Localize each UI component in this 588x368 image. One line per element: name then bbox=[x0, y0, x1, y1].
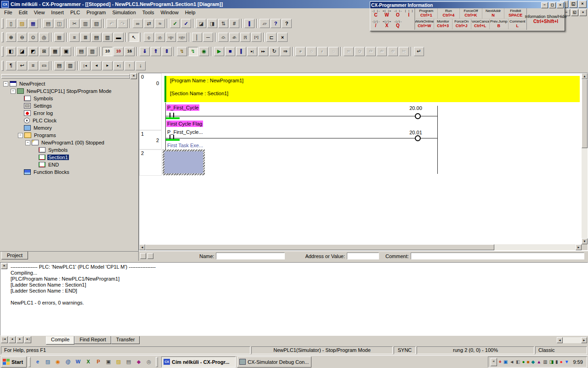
zoom-in-button[interactable]: ⊕ bbox=[6, 33, 16, 42]
name-input[interactable] bbox=[216, 253, 285, 259]
cd-player-button[interactable]: ◎ bbox=[144, 357, 153, 367]
menu-window[interactable]: Window bbox=[158, 9, 182, 16]
tree-item-symbols[interactable]: Symbols bbox=[1, 146, 137, 154]
tray-alert-icon[interactable]: ● bbox=[560, 360, 563, 364]
restore-button[interactable]: ◱ bbox=[569, 0, 577, 8]
word-button[interactable]: W bbox=[74, 357, 83, 367]
mdi-restore-button[interactable]: ◱ bbox=[571, 9, 578, 16]
new-or-contact-button[interactable]: =||= bbox=[166, 33, 176, 42]
step-run-button[interactable]: ▸| bbox=[247, 47, 257, 56]
new-file-button[interactable]: ▯ bbox=[6, 19, 16, 28]
find-bit-button[interactable]: ≈ bbox=[155, 19, 165, 28]
notepad-button[interactable]: ▤ bbox=[124, 357, 133, 367]
start-button[interactable]: Start bbox=[1, 356, 27, 368]
rung-properties-button[interactable]: ▭ bbox=[39, 61, 49, 70]
horizontal-line-button[interactable]: ─ bbox=[203, 33, 213, 42]
output-window-button[interactable]: ◨ bbox=[207, 19, 217, 28]
tree-item-function-blocks[interactable]: Function Blocks bbox=[1, 168, 137, 176]
go-first-rung-button[interactable]: |◄ bbox=[80, 61, 90, 70]
new-contact-button[interactable]: -||- bbox=[144, 33, 154, 42]
show-rung-dividers-button[interactable]: ≡ bbox=[28, 61, 38, 70]
tray-firewall-icon[interactable]: ■ bbox=[527, 360, 530, 364]
vertical-scrollbar[interactable]: ▲ ▼ bbox=[582, 73, 588, 244]
find-button[interactable]: ∞ bbox=[133, 19, 143, 28]
print-button[interactable]: ▤ bbox=[43, 19, 53, 28]
info-maximize-button[interactable]: ◻ bbox=[549, 2, 556, 8]
new-coil-button[interactable]: -O- bbox=[218, 33, 228, 42]
zoom-out-button[interactable]: ⊖ bbox=[17, 33, 27, 42]
toolbar-grip[interactable] bbox=[1, 61, 4, 71]
tray-printer-icon[interactable]: ▥ bbox=[543, 360, 547, 364]
instruction-detail-button[interactable]: [+] bbox=[251, 33, 261, 42]
selected-cell-cursor[interactable] bbox=[163, 150, 205, 175]
download-to-plc-button[interactable]: ⇓ bbox=[140, 47, 150, 56]
fields-bar-close-button[interactable] bbox=[140, 253, 146, 259]
wrap-rungs-button[interactable]: ↩ bbox=[17, 61, 27, 70]
toolbar-grip[interactable] bbox=[1, 18, 4, 29]
tray-usb-icon[interactable]: ◨ bbox=[549, 360, 554, 364]
compile-all-button[interactable]: ✓ bbox=[181, 19, 191, 28]
horizontal-scrollbar[interactable]: ◄ ► bbox=[139, 244, 582, 250]
io-table-button[interactable]: ▦ bbox=[50, 47, 60, 56]
cross-reference-button[interactable]: ⇅ bbox=[218, 19, 228, 28]
tab-prev-icon[interactable]: ◄ bbox=[9, 336, 16, 343]
horizontal-scroll-thumb[interactable] bbox=[145, 244, 494, 250]
tab-transfer[interactable]: Transfer bbox=[111, 336, 140, 344]
info-close-button[interactable]: × bbox=[557, 2, 564, 8]
rung-0-margin[interactable]: 0 0 bbox=[139, 73, 162, 130]
new-closed-coil-button[interactable]: -Ø- bbox=[229, 33, 239, 42]
mail-button[interactable]: @ bbox=[63, 357, 73, 367]
tray-scheduler-icon[interactable]: ▲ bbox=[537, 360, 541, 364]
toggle-grid-button[interactable]: ▦ bbox=[54, 33, 64, 42]
new-closed-contact-button[interactable]: -|/|- bbox=[155, 33, 165, 42]
output-scrollbar[interactable]: ◄ ► bbox=[557, 337, 587, 343]
plc-settings-button[interactable]: ▣ bbox=[61, 47, 71, 56]
tree-item-memory[interactable]: Memory bbox=[1, 124, 137, 132]
tree-expander-icon[interactable]: − bbox=[18, 133, 23, 138]
context-help-button[interactable]: ? bbox=[271, 19, 281, 28]
scan-run-button[interactable]: ↻ bbox=[269, 47, 279, 56]
scroll-left-icon[interactable]: ◄ bbox=[557, 337, 563, 343]
menu-simulation[interactable]: Simulation bbox=[109, 9, 139, 16]
tree-item-plc-clock[interactable]: PLC Clock bbox=[1, 117, 137, 124]
monitor-hex-button[interactable]: 16 bbox=[124, 47, 135, 56]
output-coil[interactable] bbox=[415, 135, 421, 141]
tree-item-error-log[interactable]: Error log bbox=[1, 109, 137, 117]
tab-last-icon[interactable]: ►| bbox=[24, 336, 31, 343]
sim-pause-button[interactable]: ∥ bbox=[236, 47, 246, 56]
menu-program[interactable]: Program bbox=[83, 9, 109, 16]
memory-view-button[interactable]: ▥ bbox=[87, 47, 97, 56]
rung-2-margin[interactable]: 2 bbox=[139, 150, 162, 176]
show-rung-comments-button[interactable]: ≡ bbox=[69, 33, 79, 42]
tray-battery-icon[interactable]: ▮ bbox=[555, 360, 558, 364]
toggle-watch-sheet-button[interactable]: ◩ bbox=[28, 47, 38, 56]
show-desktop-button[interactable]: ▨ bbox=[43, 357, 52, 367]
mdi-close-button[interactable]: × bbox=[579, 9, 587, 16]
media-player-button[interactable]: ◉ bbox=[53, 357, 62, 367]
address-reference-button[interactable]: # bbox=[229, 19, 239, 28]
tab-project[interactable]: Project bbox=[1, 252, 28, 259]
tree-expander-icon[interactable]: − bbox=[25, 140, 30, 145]
go-next-rung-button[interactable]: ► bbox=[102, 61, 113, 70]
show-rung-annotations-button[interactable]: ▤ bbox=[91, 33, 102, 42]
new-instruction-button[interactable]: [I] bbox=[240, 33, 250, 42]
continuous-step-button[interactable]: ▸▸ bbox=[258, 47, 268, 56]
tree-item-newproject[interactable]: −NewProject bbox=[1, 80, 137, 87]
menu-insert[interactable]: Insert bbox=[48, 9, 67, 16]
select-tool-button[interactable]: ↖ bbox=[129, 33, 139, 42]
go-last-rung-button[interactable]: ►| bbox=[113, 61, 124, 70]
prev-bookmark-button[interactable]: ↑ bbox=[124, 61, 135, 70]
tree-item-newplc1-cp1l-stop-program-mode[interactable]: −NewPLC1[CP1L] Stop/Program Mode bbox=[1, 87, 137, 95]
toolbar-grip[interactable] bbox=[1, 46, 4, 57]
tree-item-settings[interactable]: Settings bbox=[1, 102, 137, 109]
info-minimize-button[interactable]: − bbox=[541, 2, 548, 8]
powerpoint-button[interactable]: P bbox=[94, 357, 103, 367]
info-window-title-bar[interactable]: CX-Programmer Information − ◻ × bbox=[370, 2, 565, 8]
zoom-fit-button[interactable]: ⊙ bbox=[28, 33, 38, 42]
rung-comment-block[interactable]: [Program Name : NewProgram1] [Section Na… bbox=[166, 76, 580, 102]
folder-button[interactable]: ▨ bbox=[114, 357, 123, 367]
sim-stop-button[interactable]: ■ bbox=[225, 47, 235, 56]
monitor-decimal-button[interactable]: 10 bbox=[102, 47, 113, 56]
compile-program-button[interactable]: ✓ bbox=[170, 19, 180, 28]
workspace-close-icon[interactable]: × bbox=[130, 73, 137, 79]
